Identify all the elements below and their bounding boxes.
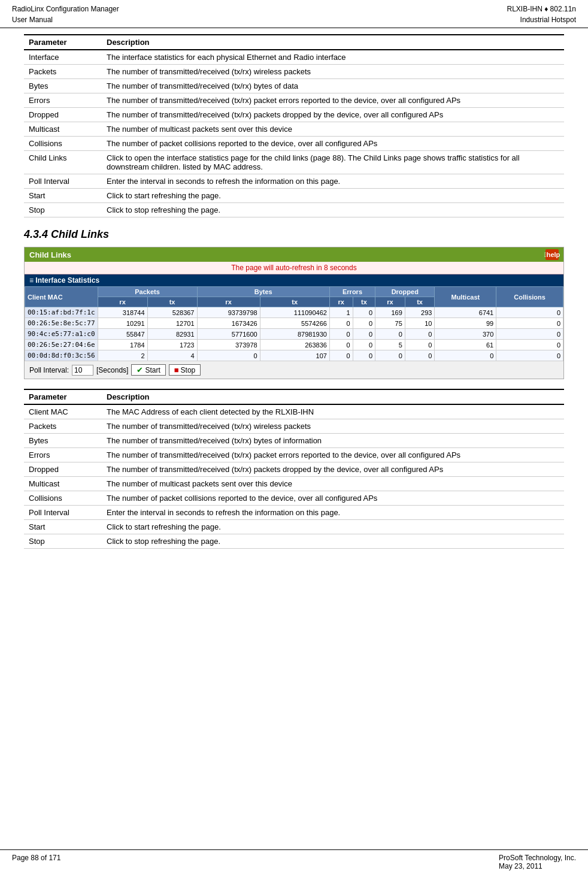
table-row: 00:26:5e:27:04:6e 1784 1723 373978 26383… (25, 340, 563, 350)
table-row: 00:26:5e:8e:5c:77 10291 12701 1673426 55… (25, 318, 563, 329)
param-desc: The number of packet collisions reported… (102, 137, 564, 151)
table-row: StartClick to start refreshing the page. (24, 520, 564, 534)
param-name: Poll Interval (24, 174, 102, 189)
param-desc: The MAC Address of each client detected … (102, 404, 564, 419)
param-desc: The number of transmitted/received (tx/r… (102, 93, 564, 108)
param-desc: The number of transmitted/received (tx/r… (102, 434, 564, 448)
param-desc: The number of transmitted/received (tx/r… (102, 448, 564, 462)
mac-address: 00:15:af:bd:7f:1c (25, 307, 98, 318)
pkt-tx: 12701 (147, 318, 197, 329)
bottom-param-col2: Description (102, 389, 564, 404)
col-bytes: Bytes (197, 287, 329, 297)
bottom-param-table: Parameter Description Client MACThe MAC … (24, 389, 564, 549)
multicast: 370 (435, 329, 496, 340)
byt-tx: 263836 (260, 340, 329, 350)
widget-title: Child Links (29, 250, 71, 259)
table-row: MulticastThe number of multicast packets… (24, 122, 564, 137)
stop-label: Stop (181, 366, 196, 374)
table-row: StopClick to stop refreshing the page. (24, 534, 564, 549)
param-name: Start (24, 520, 102, 534)
poll-bar: Poll Interval: [Seconds] ✔ Start ■ Stop (25, 361, 563, 379)
mac-address: 00:26:5e:27:04:6e (25, 340, 98, 350)
param-desc: Click to start refreshing the page. (102, 520, 564, 534)
help-icon[interactable]:  help (545, 249, 559, 260)
byt-rx: 93739798 (197, 307, 260, 318)
stats-table: Client MAC Packets Bytes Errors Dropped … (25, 286, 563, 361)
stop-button[interactable]: ■ Stop (169, 364, 201, 376)
param-name: Collisions (24, 137, 102, 151)
param-desc: Click to stop refreshing the page. (102, 203, 564, 217)
col-byt-rx: rx (197, 297, 260, 307)
table-row: 00:15:af:bd:7f:1c 318744 528367 93739798… (25, 307, 563, 318)
checkmark-icon: ✔ (137, 365, 143, 374)
drp-rx: 0 (375, 350, 405, 361)
param-name: Packets (24, 65, 102, 79)
param-name: Collisions (24, 491, 102, 506)
pkt-rx: 55847 (98, 329, 147, 340)
help-label[interactable]:  help (545, 249, 559, 260)
param-desc: The number of multicast packets sent ove… (102, 477, 564, 491)
param-desc: The number of transmitted/received (tx/r… (102, 462, 564, 477)
pkt-tx: 1723 (147, 340, 197, 350)
header-right: RLXIB-IHN ♦ 802.11n Industrial Hotspot (507, 4, 576, 25)
drp-tx: 0 (405, 350, 435, 361)
pkt-rx: 1784 (98, 340, 147, 350)
param-name: Bytes (24, 79, 102, 93)
table-row: PacketsThe number of transmitted/receive… (24, 65, 564, 79)
header-product: RLXIB-IHN ♦ 802.11n (507, 4, 576, 14)
err-tx: 0 (353, 307, 375, 318)
section-heading: 4.3.4 Child Links (24, 228, 564, 241)
param-name: Dropped (24, 108, 102, 122)
footer-date: May 23, 2011 (499, 862, 576, 870)
drp-tx: 10 (405, 318, 435, 329)
col-dropped: Dropped (375, 287, 435, 297)
header-product-type: Industrial Hotspot (507, 14, 576, 25)
mac-address: 90:4c:e5:77:a1:c0 (25, 329, 98, 340)
drp-tx: 0 (405, 340, 435, 350)
header-left: RadioLinx Configuration Manager User Man… (12, 4, 119, 25)
mac-address: 00:26:5e:8e:5c:77 (25, 318, 98, 329)
multicast: 0 (435, 350, 496, 361)
pkt-tx: 82931 (147, 329, 197, 340)
multicast: 99 (435, 318, 496, 329)
table-row: DroppedThe number of transmitted/receive… (24, 108, 564, 122)
header-manual-label: User Manual (12, 14, 119, 25)
col-errors: Errors (329, 287, 375, 297)
poll-interval-input[interactable] (72, 365, 93, 376)
multicast: 61 (435, 340, 496, 350)
param-desc: Enter the interval in seconds to refresh… (102, 174, 564, 189)
bottom-param-col1: Parameter (24, 389, 102, 404)
byt-tx: 111090462 (260, 307, 329, 318)
err-rx: 0 (329, 350, 353, 361)
param-desc: The number of transmitted/received (tx/r… (102, 419, 564, 434)
drp-rx: 169 (375, 307, 405, 318)
param-desc: The number of multicast packets sent ove… (102, 122, 564, 137)
byt-rx: 5771600 (197, 329, 260, 340)
table-row: Child LinksClick to open the interface s… (24, 151, 564, 174)
table-row: StopClick to stop refreshing the page. (24, 203, 564, 217)
table-row: DroppedThe number of transmitted/receive… (24, 462, 564, 477)
table-row: CollisionsThe number of packet collision… (24, 491, 564, 506)
table-row: 90:4c:e5:77:a1:c0 55847 82931 5771600 87… (25, 329, 563, 340)
byt-tx: 87981930 (260, 329, 329, 340)
col-multicast: Multicast (435, 287, 496, 307)
page-header: RadioLinx Configuration Manager User Man… (0, 0, 588, 28)
param-name: Bytes (24, 434, 102, 448)
col-collisions: Collisions (496, 287, 563, 307)
param-name: Errors (24, 93, 102, 108)
param-desc: The number of transmitted/received (tx/r… (102, 108, 564, 122)
collisions: 0 (496, 340, 563, 350)
start-button[interactable]: ✔ Start (131, 364, 165, 376)
table-row: Poll IntervalEnter the interval in secon… (24, 174, 564, 189)
pkt-tx: 528367 (147, 307, 197, 318)
param-name: Multicast (24, 122, 102, 137)
param-name: Multicast (24, 477, 102, 491)
footer-right: ProSoft Technology, Inc. May 23, 2011 (499, 854, 576, 870)
err-tx: 0 (353, 318, 375, 329)
err-rx: 0 (329, 329, 353, 340)
mac-address: 00:0d:8d:f0:3c:56 (25, 350, 98, 361)
collisions: 0 (496, 350, 563, 361)
col-byt-tx: tx (260, 297, 329, 307)
collisions: 0 (496, 307, 563, 318)
table-row: ErrorsThe number of transmitted/received… (24, 448, 564, 462)
